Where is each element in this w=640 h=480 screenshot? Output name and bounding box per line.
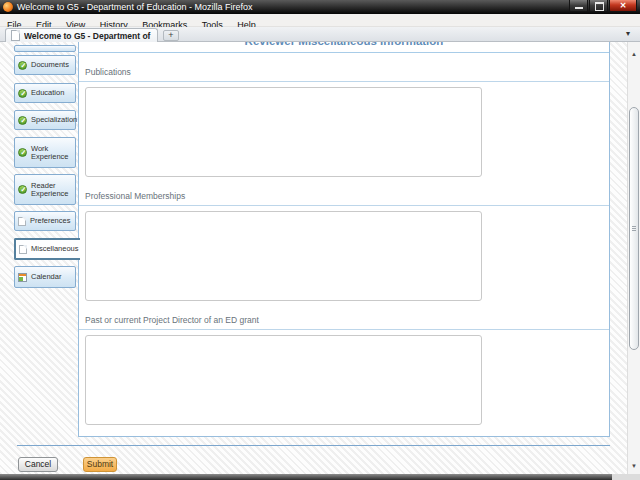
- sidebar-item-reader-experience[interactable]: Reader Experience: [14, 174, 76, 205]
- field-label: Professional Memberships: [79, 191, 609, 206]
- window-controls: ✕: [569, 0, 637, 12]
- active-tab[interactable]: Welcome to G5 - Department of Edu...: [5, 28, 158, 42]
- check-icon: [18, 148, 27, 157]
- check-icon: [18, 116, 27, 125]
- bottom-bar: [0, 474, 612, 480]
- sidebar-item-preferences[interactable]: Preferences: [14, 211, 76, 231]
- maximize-button[interactable]: [589, 0, 608, 12]
- sidebar-item-label: Preferences: [30, 217, 70, 225]
- page-icon: [18, 217, 26, 226]
- submit-button[interactable]: Submit: [83, 457, 117, 472]
- sidebar-item-label: Documents: [31, 61, 69, 69]
- professional-memberships-textarea[interactable]: [85, 211, 482, 301]
- field-label: Past or current Project Director of an E…: [79, 315, 609, 330]
- window-titlebar: Welcome to G5 - Department of Education …: [0, 0, 640, 14]
- calendar-icon: [18, 273, 27, 282]
- tab-bar: Welcome to G5 - Department of Edu... + ▾: [0, 27, 640, 42]
- scrollbar-corner: [612, 474, 640, 480]
- sidebar-item-label: Miscellaneous: [31, 245, 79, 253]
- sidebar-item-label: Reader Experience: [31, 182, 72, 198]
- sidebar-item-documents[interactable]: Documents: [14, 55, 76, 75]
- sidebar-item-label: Calendar: [31, 273, 61, 281]
- sidebar-item-work-experience[interactable]: Work Experience: [14, 137, 76, 168]
- form-panel: Reviewer Miscellaneous Information Publi…: [78, 42, 610, 437]
- sidebar-item-education[interactable]: Education: [14, 83, 76, 103]
- check-icon: [18, 89, 27, 98]
- ed-grant-textarea[interactable]: [85, 335, 482, 425]
- page-icon: [11, 30, 20, 41]
- close-button[interactable]: ✕: [609, 0, 637, 12]
- list-all-tabs-button[interactable]: ▾: [621, 28, 635, 40]
- sidebar-item-label: Specialization: [31, 116, 77, 124]
- section-professional-memberships: Professional Memberships: [79, 191, 609, 301]
- firefox-window: Welcome to G5 - Department of Education …: [0, 0, 640, 480]
- check-icon: [18, 61, 27, 70]
- new-tab-button[interactable]: +: [163, 30, 179, 41]
- publications-textarea[interactable]: [85, 87, 482, 177]
- scrollbar-thumb[interactable]: [629, 107, 639, 350]
- heading-divider: [79, 52, 609, 53]
- page-icon: [19, 245, 27, 254]
- section-publications: Publications: [79, 67, 609, 177]
- window-title: Welcome to G5 - Department of Education …: [17, 0, 252, 14]
- sidebar-item-specialization[interactable]: Specialization: [14, 110, 76, 130]
- sidebar-item-miscellaneous[interactable]: Miscellaneous: [14, 238, 80, 260]
- scroll-up-icon[interactable]: ▲: [628, 50, 640, 58]
- footer-divider: [17, 445, 610, 446]
- cancel-button[interactable]: Cancel: [18, 457, 58, 472]
- field-label: Publications: [79, 67, 609, 82]
- firefox-icon: [3, 2, 13, 12]
- sidebar-item-label: Education: [31, 89, 64, 97]
- section-ed-grant: Past or current Project Director of an E…: [79, 315, 609, 425]
- page-title: Reviewer Miscellaneous Information: [79, 42, 609, 47]
- vertical-scrollbar[interactable]: ▲ ▼: [627, 42, 640, 474]
- menu-bar: File Edit View History Bookmarks Tools H…: [0, 14, 640, 27]
- page-content: Documents Education Specialization Work …: [0, 42, 640, 474]
- scroll-down-icon[interactable]: ▼: [628, 462, 640, 470]
- sidebar-item-calendar[interactable]: Calendar: [14, 266, 76, 288]
- check-icon: [18, 185, 27, 194]
- tab-title: Welcome to G5 - Department of Edu...: [24, 31, 152, 41]
- minimize-button[interactable]: [569, 0, 588, 12]
- sidebar-item-label: Work Experience: [31, 145, 72, 161]
- sidebar-item-clipped[interactable]: [14, 45, 76, 52]
